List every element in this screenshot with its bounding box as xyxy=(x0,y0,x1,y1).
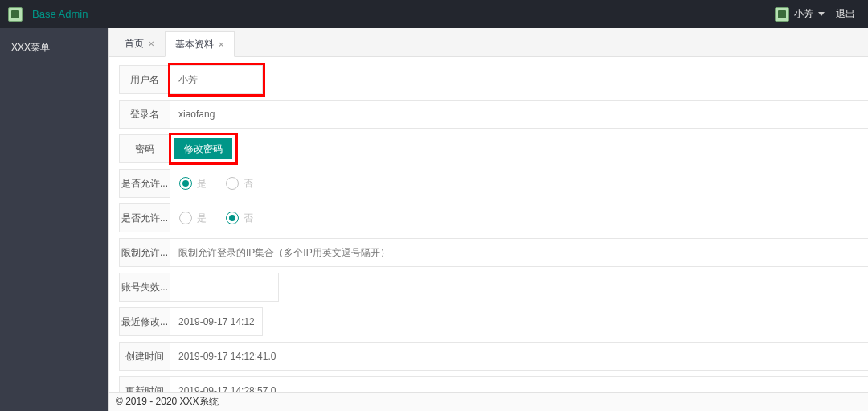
row-allow-1: 是否允许... 是 否 xyxy=(119,169,868,198)
top-bar: Base Admin 小芳 退出 xyxy=(0,0,868,28)
middle-area: XXX菜单 首页 ✕ 基本资料 ✕ 用户名 登录名 xyxy=(0,28,868,411)
username-label: 用户名 xyxy=(119,65,170,94)
caret-down-icon xyxy=(818,12,825,16)
updated-input xyxy=(170,376,868,392)
password-button-wrap: 修改密码 xyxy=(170,134,236,163)
row-password: 密码 修改密码 xyxy=(119,134,868,163)
lastmod-label: 最近修改... xyxy=(119,307,170,336)
row-expire: 账号失效... xyxy=(119,273,868,302)
row-updated: 更新时间 xyxy=(119,376,868,392)
close-icon[interactable]: ✕ xyxy=(218,40,224,49)
created-label: 创建时间 xyxy=(119,342,170,371)
footer-text: © 2019 - 2020 XXX系统 xyxy=(116,395,219,409)
tab-profile-label: 基本资料 xyxy=(175,38,214,51)
row-username: 用户名 xyxy=(119,65,868,94)
lastmod-input xyxy=(170,307,263,336)
allow1-radio-yes[interactable]: 是 xyxy=(179,177,207,191)
allow2-radio-yes[interactable]: 是 xyxy=(179,212,207,225)
app-logo-icon xyxy=(8,7,23,22)
sidebar: XXX菜单 xyxy=(0,28,108,411)
change-password-button[interactable]: 修改密码 xyxy=(174,138,232,159)
created-input xyxy=(170,342,868,371)
sidebar-item-menu[interactable]: XXX菜单 xyxy=(0,39,108,56)
avatar-icon xyxy=(775,7,789,22)
allow1-radio-group: 是 否 xyxy=(170,169,868,198)
allow2-radio-group: 是 否 xyxy=(170,203,868,232)
topbar-right: 小芳 退出 xyxy=(775,7,868,22)
login-input[interactable] xyxy=(170,100,868,129)
username-input[interactable] xyxy=(170,65,263,94)
iplimit-label: 限制允许... xyxy=(119,238,170,267)
radio-checked-icon xyxy=(226,212,239,224)
current-user-label: 小芳 xyxy=(794,7,813,21)
row-allow-2: 是否允许... 是 否 xyxy=(119,203,868,232)
expire-input[interactable] xyxy=(170,273,279,302)
logout-link[interactable]: 退出 xyxy=(836,7,855,21)
radio-icon xyxy=(179,212,192,224)
radio-checked-icon xyxy=(179,177,192,190)
row-iplimit: 限制允许... xyxy=(119,238,868,267)
brand-text: Base Admin xyxy=(32,8,88,20)
row-lastmod: 最近修改... xyxy=(119,307,868,336)
tab-home[interactable]: 首页 ✕ xyxy=(114,31,165,56)
allow2-label: 是否允许... xyxy=(119,203,170,232)
footer-bar: © 2019 - 2020 XXX系统 xyxy=(109,392,868,411)
brand[interactable]: Base Admin xyxy=(8,7,88,22)
user-menu[interactable]: 小芳 xyxy=(775,7,825,22)
tab-home-label: 首页 xyxy=(125,37,144,51)
tab-profile[interactable]: 基本资料 ✕ xyxy=(165,31,235,57)
profile-form: 用户名 登录名 密码 修改密码 是否允许... 是 xyxy=(109,57,868,392)
close-icon[interactable]: ✕ xyxy=(148,39,154,48)
login-label: 登录名 xyxy=(119,100,170,129)
iplimit-input[interactable] xyxy=(170,238,868,267)
updated-label: 更新时间 xyxy=(119,376,170,392)
allow2-radio-no[interactable]: 否 xyxy=(226,212,253,225)
allow1-radio-no[interactable]: 否 xyxy=(226,177,253,191)
row-created: 创建时间 xyxy=(119,342,868,371)
content-scroll[interactable]: 用户名 登录名 密码 修改密码 是否允许... 是 xyxy=(109,57,868,392)
allow1-label: 是否允许... xyxy=(119,169,170,198)
main-panel: 首页 ✕ 基本资料 ✕ 用户名 登录名 密码 xyxy=(108,28,868,411)
tab-bar: 首页 ✕ 基本资料 ✕ xyxy=(109,28,868,57)
radio-icon xyxy=(226,177,239,190)
password-label: 密码 xyxy=(119,134,170,163)
expire-label: 账号失效... xyxy=(119,273,170,302)
row-login: 登录名 xyxy=(119,100,868,129)
